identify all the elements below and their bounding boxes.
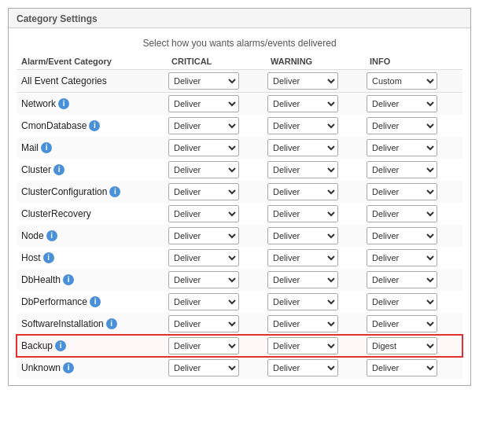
select-warning-cluster[interactable]: DeliverDigestIgnoreCustom — [267, 161, 338, 178]
select-critical-cluster-configuration[interactable]: DeliverDigestIgnoreCustom — [168, 183, 239, 200]
select-warning-host[interactable]: DeliverDigestIgnoreCustom — [267, 249, 338, 266]
col-header-info: INFO — [363, 53, 462, 70]
cell-warning-node: DeliverDigestIgnoreCustom — [264, 225, 363, 247]
select-warning-db-performance[interactable]: DeliverDigestIgnoreCustom — [267, 293, 338, 310]
table-row: CmonDatabaseiDeliverDigestIgnoreCustomDe… — [17, 115, 462, 137]
category-name-cmon-database: CmonDatabasei — [17, 115, 165, 137]
select-info-network[interactable]: DeliverDigestIgnoreCustom — [367, 95, 437, 112]
cell-warning-backup: DeliverDigestIgnoreCustom — [264, 335, 363, 357]
select-info-host[interactable]: DeliverDigestIgnoreCustom — [367, 249, 437, 266]
cell-critical-backup: DeliverDigestIgnoreCustom — [165, 335, 264, 357]
select-info-cluster[interactable]: DeliverDigestIgnoreCustom — [367, 161, 437, 178]
select-warning-node[interactable]: DeliverDigestIgnoreCustom — [267, 227, 338, 244]
category-table: Alarm/Event Category CRITICAL WARNING IN… — [17, 53, 462, 379]
select-info-db-performance[interactable]: DeliverDigestIgnoreCustom — [367, 293, 437, 310]
table-row: DbPerformanceiDeliverDigestIgnoreCustomD… — [17, 291, 462, 313]
info-icon-software-installation[interactable]: i — [106, 318, 117, 329]
select-warning-software-installation[interactable]: DeliverDigestIgnoreCustom — [267, 315, 338, 332]
panel-content: Select how you wants alarms/events deliv… — [9, 28, 470, 385]
select-critical-db-performance[interactable]: DeliverDigestIgnoreCustom — [168, 293, 239, 310]
select-info-backup[interactable]: DeliverDigestIgnoreCustom — [367, 337, 437, 354]
category-name-backup: Backupi — [17, 335, 165, 357]
info-icon-unknown[interactable]: i — [63, 362, 74, 373]
cell-info-cluster-configuration: DeliverDigestIgnoreCustom — [363, 181, 462, 203]
select-info-node[interactable]: DeliverDigestIgnoreCustom — [367, 227, 437, 244]
cell-critical-unknown: DeliverDigestIgnoreCustom — [165, 357, 264, 379]
cell-info-cluster-recovery: DeliverDigestIgnoreCustom — [363, 203, 462, 225]
select-critical-node[interactable]: DeliverDigestIgnoreCustom — [168, 227, 239, 244]
select-critical-mail[interactable]: DeliverDigestIgnoreCustom — [168, 139, 239, 156]
info-icon-db-health[interactable]: i — [63, 274, 74, 285]
cell-warning-cmon-database: DeliverDigestIgnoreCustom — [264, 115, 363, 137]
select-critical-all-events[interactable]: DeliverDigestIgnoreCustom — [168, 72, 239, 90]
select-warning-cmon-database[interactable]: DeliverDigestIgnoreCustom — [267, 117, 338, 134]
select-info-software-installation[interactable]: DeliverDigestIgnoreCustom — [367, 315, 437, 332]
cell-critical-software-installation: DeliverDigestIgnoreCustom — [165, 313, 264, 335]
select-info-mail[interactable]: DeliverDigestIgnoreCustom — [367, 139, 437, 156]
cell-info-db-performance: DeliverDigestIgnoreCustom — [363, 291, 462, 313]
cell-info-software-installation: DeliverDigestIgnoreCustom — [363, 313, 462, 335]
table-row: ClusterRecoveryDeliverDigestIgnoreCustom… — [17, 203, 462, 225]
category-name-db-performance: DbPerformancei — [17, 291, 165, 313]
select-critical-cluster[interactable]: DeliverDigestIgnoreCustom — [168, 161, 239, 178]
select-info-unknown[interactable]: DeliverDigestIgnoreCustom — [367, 359, 437, 376]
select-info-cluster-configuration[interactable]: DeliverDigestIgnoreCustom — [367, 183, 437, 200]
info-icon-network[interactable]: i — [58, 98, 69, 109]
table-row: ClusteriDeliverDigestIgnoreCustomDeliver… — [17, 159, 462, 181]
select-critical-backup[interactable]: DeliverDigestIgnoreCustom — [168, 337, 239, 354]
table-row: NetworkiDeliverDigestIgnoreCustomDeliver… — [17, 93, 462, 116]
select-warning-all-events[interactable]: DeliverDigestIgnoreCustom — [267, 72, 338, 90]
select-warning-mail[interactable]: DeliverDigestIgnoreCustom — [267, 139, 338, 156]
info-icon-cmon-database[interactable]: i — [89, 120, 100, 131]
cell-warning-cluster-recovery: DeliverDigestIgnoreCustom — [264, 203, 363, 225]
info-icon-cluster-configuration[interactable]: i — [109, 186, 120, 197]
select-warning-cluster-recovery[interactable]: DeliverDigestIgnoreCustom — [267, 205, 338, 222]
select-critical-cmon-database[interactable]: DeliverDigestIgnoreCustom — [168, 117, 239, 134]
select-warning-backup[interactable]: DeliverDigestIgnoreCustom — [267, 337, 338, 354]
table-row: All Event CategoriesDeliverDigestIgnoreC… — [17, 70, 462, 93]
cell-info-network: DeliverDigestIgnoreCustom — [363, 93, 462, 116]
category-name-node: Nodei — [17, 225, 165, 247]
cell-warning-unknown: DeliverDigestIgnoreCustom — [264, 357, 363, 379]
table-row: ClusterConfigurationiDeliverDigestIgnore… — [17, 181, 462, 203]
select-info-all-events[interactable]: DeliverDigestIgnoreCustom — [367, 72, 437, 90]
cell-critical-db-health: DeliverDigestIgnoreCustom — [165, 269, 264, 291]
info-icon-cluster[interactable]: i — [53, 164, 64, 175]
select-critical-software-installation[interactable]: DeliverDigestIgnoreCustom — [168, 315, 239, 332]
cell-warning-db-health: DeliverDigestIgnoreCustom — [264, 269, 363, 291]
col-header-critical: CRITICAL — [165, 53, 264, 70]
select-info-cmon-database[interactable]: DeliverDigestIgnoreCustom — [367, 117, 437, 134]
select-warning-network[interactable]: DeliverDigestIgnoreCustom — [267, 95, 338, 112]
info-icon-mail[interactable]: i — [41, 142, 52, 153]
select-warning-db-health[interactable]: DeliverDigestIgnoreCustom — [267, 271, 338, 288]
select-critical-db-health[interactable]: DeliverDigestIgnoreCustom — [168, 271, 239, 288]
cell-critical-all-events: DeliverDigestIgnoreCustom — [165, 70, 264, 93]
info-icon-node[interactable]: i — [46, 230, 57, 241]
cell-info-all-events: DeliverDigestIgnoreCustom — [363, 70, 462, 93]
cell-info-backup: DeliverDigestIgnoreCustom — [363, 335, 462, 357]
cell-info-host: DeliverDigestIgnoreCustom — [363, 247, 462, 269]
table-row: NodeiDeliverDigestIgnoreCustomDeliverDig… — [17, 225, 462, 247]
cell-warning-db-performance: DeliverDigestIgnoreCustom — [264, 291, 363, 313]
info-icon-host[interactable]: i — [43, 252, 54, 263]
select-critical-cluster-recovery[interactable]: DeliverDigestIgnoreCustom — [168, 205, 239, 222]
cell-warning-all-events: DeliverDigestIgnoreCustom — [264, 70, 363, 93]
select-info-cluster-recovery[interactable]: DeliverDigestIgnoreCustom — [367, 205, 437, 222]
info-icon-db-performance[interactable]: i — [90, 296, 101, 307]
cell-warning-network: DeliverDigestIgnoreCustom — [264, 93, 363, 116]
cell-warning-cluster: DeliverDigestIgnoreCustom — [264, 159, 363, 181]
select-critical-network[interactable]: DeliverDigestIgnoreCustom — [168, 95, 239, 112]
select-warning-cluster-configuration[interactable]: DeliverDigestIgnoreCustom — [267, 183, 338, 200]
select-critical-host[interactable]: DeliverDigestIgnoreCustom — [168, 249, 239, 266]
info-icon-backup[interactable]: i — [55, 340, 66, 351]
select-critical-unknown[interactable]: DeliverDigestIgnoreCustom — [168, 359, 239, 376]
cell-warning-host: DeliverDigestIgnoreCustom — [264, 247, 363, 269]
category-name-unknown: Unknowni — [17, 357, 165, 379]
category-name-software-installation: SoftwareInstallationi — [17, 313, 165, 335]
cell-critical-node: DeliverDigestIgnoreCustom — [165, 225, 264, 247]
cell-info-cluster: DeliverDigestIgnoreCustom — [363, 159, 462, 181]
select-info-db-health[interactable]: DeliverDigestIgnoreCustom — [367, 271, 437, 288]
table-row: SoftwareInstallationiDeliverDigestIgnore… — [17, 313, 462, 335]
select-warning-unknown[interactable]: DeliverDigestIgnoreCustom — [267, 359, 338, 376]
cell-info-db-health: DeliverDigestIgnoreCustom — [363, 269, 462, 291]
